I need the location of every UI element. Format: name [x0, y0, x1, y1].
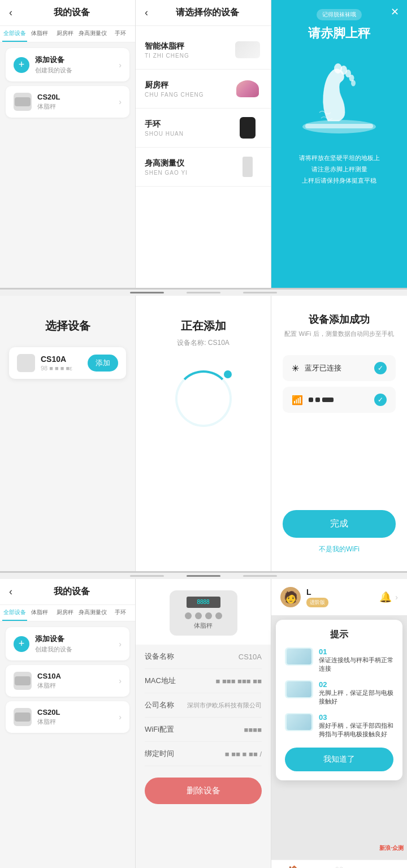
svg-point-6	[351, 80, 356, 87]
add-device-label-2: 添加设备	[35, 634, 119, 644]
tab-height-2[interactable]: 身高测量仪	[77, 605, 108, 621]
tab-height-1[interactable]: 身高测量仪	[77, 26, 108, 42]
panel-adding: 正在添加 设备名称: CS10A	[136, 296, 271, 571]
user-chevron: ›	[395, 593, 398, 602]
section-2: 选择设备 CS10A 98 ■ ■ ■ ■ε 添加 正在添加 设备名称: CS1…	[0, 296, 407, 573]
cs10a-chevron: ›	[119, 676, 122, 685]
user-label: L	[306, 588, 328, 597]
device-item-cs20l[interactable]: CS20L 体脂秤 ›	[6, 86, 129, 118]
nav-home[interactable]: 🏠	[271, 865, 317, 868]
choose-item-kitchen[interactable]: 厨房秤 CHU FANG CHENG	[136, 70, 271, 109]
select-device-thumb	[17, 354, 35, 372]
bluetooth-label: 蓝牙已连接	[305, 363, 374, 373]
select-device-info: CS10A 98 ■ ■ ■ ■ε	[41, 355, 88, 372]
tab-kitchen-2[interactable]: 厨房秤	[53, 605, 77, 621]
tab-bracelet-2[interactable]: 手环	[108, 605, 133, 621]
bell-icon[interactable]: 🔔	[379, 591, 392, 603]
nav-share[interactable]: ↑	[362, 865, 407, 868]
tab-all-2[interactable]: 全部设备	[2, 605, 27, 621]
tab-bracelet-1[interactable]: 手环	[108, 26, 133, 42]
device-thumb-cs10a	[14, 672, 32, 690]
bluetooth-icon: ✳	[292, 363, 299, 374]
tip-img-1	[285, 647, 313, 666]
device-detail-header: 8888 体脂秤	[136, 579, 271, 645]
panel-my-devices-1: ‹ 我的设备 全部设备 体脂秤 厨房秤 身高测量仪 手环 + 添加设备 创建我的…	[0, 0, 136, 288]
scroll-5	[187, 575, 220, 577]
nav-heart[interactable]: ♡	[317, 865, 362, 868]
choose-item-bracelet[interactable]: 手环 SHOU HUAN	[136, 109, 271, 148]
my-devices-header-2: ‹ 我的设备	[0, 579, 135, 605]
wifi-dots	[309, 398, 334, 402]
choose-back[interactable]: ‹	[145, 7, 148, 19]
add-device-card[interactable]: + 添加设备 创建我的设备 ›	[6, 48, 129, 81]
understand-button[interactable]: 我知道了	[285, 748, 393, 771]
panel-device-detail: 8888 体脂秤 设备名称 CS10A MAC地址 ■ ■■■ ■■■ ■■	[136, 579, 271, 868]
detail-row-wifi: WiFi配置 ■■■■	[145, 718, 262, 742]
bracelet-img	[233, 116, 262, 139]
bracelet-name: 手环	[145, 119, 233, 129]
bracelet-sub: SHOU HUAN	[145, 131, 233, 137]
scale-display: 8888	[187, 597, 220, 608]
choose-list: 智能体脂秤 TI ZHI CHENG 厨房秤 CHU FANG CHENG	[136, 26, 271, 288]
my-devices-header: ‹ 我的设备	[0, 0, 135, 26]
cs20l-type: 体脂秤	[37, 102, 119, 111]
choose-item-smart-scale[interactable]: 智能体脂秤 TI ZHI CHENG	[136, 31, 271, 70]
home-icon: 🏠	[287, 865, 301, 868]
tip-number-2: 02	[319, 680, 393, 689]
tab-body-1[interactable]: 体脂秤	[27, 26, 52, 42]
user-header: 🧑 L 进阶版 🔔 ›	[271, 579, 407, 615]
add-device-label: 添加设备	[35, 55, 119, 65]
panel-add-success: 设备添加成功 配置 WiFi 后，测量数据自动同步至手机 ✳ 蓝牙已连接 ✓ 📶…	[271, 296, 407, 571]
kitchen-info: 厨房秤 CHU FANG CHENG	[145, 80, 233, 98]
smart-scale-info: 智能体脂秤 TI ZHI CHENG	[145, 41, 233, 59]
device-item-cs20l-2[interactable]: CS20L 体脂秤 ›	[6, 701, 129, 733]
scroll-2	[187, 292, 220, 293]
add-device-button[interactable]: 添加	[88, 355, 118, 372]
add-device-card-2[interactable]: + 添加设备 创建我的设备 ›	[6, 627, 129, 660]
detail-row-bind-time: 绑定时间 ■ ■■ ■ ■■ /	[145, 742, 262, 766]
panel-barefoot: ✕ 记得脱袜袜哦 请赤脚上秤 请将秤放在坚硬平坦的地板上	[271, 0, 407, 288]
cs20l-info-2: CS20L 体脂秤	[37, 708, 119, 726]
tip-img-3	[285, 713, 313, 731]
smart-scale-sub: TI ZHI CHENG	[145, 53, 233, 59]
share-icon: ↑	[382, 865, 387, 868]
close-button[interactable]: ✕	[391, 6, 399, 18]
cs20l-name: CS20L	[37, 93, 119, 101]
back-arrow-1[interactable]: ‹	[9, 7, 12, 19]
adding-title: 正在添加	[181, 318, 226, 334]
smart-scale-img	[233, 38, 262, 61]
kitchen-name: 厨房秤	[145, 80, 233, 90]
back-arrow-2[interactable]: ‹	[9, 586, 12, 598]
barefoot-hints: 请将秤放在坚硬平坦的地板上 请注意赤脚上秤测量 上秤后请保持身体挺直平稳	[292, 153, 387, 186]
user-tag: 进阶版	[306, 598, 328, 607]
finish-button[interactable]: 完成	[283, 510, 396, 538]
choose-item-height[interactable]: 身高测量仪 SHEN GAO YI	[136, 148, 271, 187]
section-3: ‹ 我的设备 全部设备 体脂秤 厨房秤 身高测量仪 手环 + 添加设备 创建我的…	[0, 579, 407, 868]
scroll-4	[130, 575, 164, 577]
height-name: 身高测量仪	[145, 158, 233, 169]
tab-kitchen-1[interactable]: 厨房秤	[53, 26, 77, 42]
device-item-cs10a[interactable]: CS10A 体脂秤 ›	[6, 665, 129, 697]
foot-illustration	[294, 53, 384, 144]
cs20l-name-2: CS20L	[37, 708, 119, 716]
scroll-row-1	[0, 290, 407, 296]
wifi-check: ✓	[374, 394, 387, 406]
tip-row-2: 02 光脚上秤，保证足部与电极接触好	[285, 680, 393, 706]
cs10a-info: CS10A 体脂秤	[37, 672, 119, 690]
delete-device-button[interactable]: 删除设备	[145, 778, 262, 804]
success-title: 设备添加成功	[309, 313, 370, 326]
tab-all-1[interactable]: 全部设备	[2, 26, 27, 42]
scroll-3	[243, 292, 277, 293]
not-my-wifi-link[interactable]: 不是我的WiFi	[319, 545, 360, 554]
select-device-card[interactable]: CS10A 98 ■ ■ ■ ■ε 添加	[9, 347, 126, 379]
detail-row-company: 公司名称 深圳市伊欧乐科技有限公司	[145, 693, 262, 718]
select-title: 选择设备	[45, 318, 90, 334]
tip-text-1: 保证连接线与秤和手柄正常连接	[319, 656, 393, 673]
tab-body-2[interactable]: 体脂秤	[27, 605, 52, 621]
tip-row-3: 03 握好手柄，保证手部四指和拇指与手柄电极接触良好	[285, 713, 393, 739]
brand-label: 新浪·众测	[379, 844, 404, 852]
add-icon-2: +	[14, 636, 29, 652]
add-device-info-2: 添加设备 创建我的设备	[35, 634, 119, 654]
cs20l-chevron: ›	[119, 97, 122, 106]
tips-title: 提示	[285, 629, 393, 641]
